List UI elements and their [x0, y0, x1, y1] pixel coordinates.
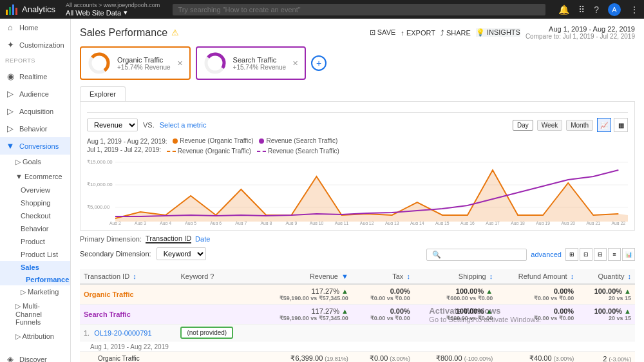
acquisition-icon: ▷	[5, 106, 15, 116]
top-actions: 🔔 ⠿ ? A ⋮	[558, 3, 639, 16]
sidebar-item-conversions[interactable]: ▼ Conversions	[0, 137, 70, 155]
line-chart-btn[interactable]: 📈	[597, 118, 611, 132]
svg-text:Aug 10: Aug 10	[310, 221, 324, 225]
sidebar-item-realtime[interactable]: ◉ Realtime	[0, 68, 70, 85]
table-search-input[interactable]	[444, 251, 521, 258]
segment-label-search: Search Traffic	[80, 305, 254, 325]
th-tax[interactable]: Tax ↕	[352, 269, 414, 284]
chart-type-buttons: 📈 ▦	[597, 118, 628, 132]
search-input[interactable]	[173, 4, 545, 15]
secondary-dimension: Secondary Dimension: Keyword	[80, 247, 206, 260]
legend-search-compare: Revenue (Search Traffic)	[257, 148, 339, 155]
insights-button[interactable]: 💡 INSIGHTS	[476, 28, 520, 37]
sidebar-item-overview[interactable]: Overview	[0, 184, 70, 196]
month-btn[interactable]: Month	[566, 120, 593, 131]
sidebar-item-marketing[interactable]: ▷ Marketing	[0, 285, 70, 299]
search-container	[173, 4, 545, 15]
property-name[interactable]: All Web Site Data ▾	[66, 8, 160, 17]
dim-transaction-link[interactable]: Transaction ID	[146, 234, 191, 243]
page-header: Sales Performance ⚠ ⊡ SAVE ↑ EXPORT ⤴ SH…	[80, 25, 635, 40]
explorer-tab[interactable]: Explorer	[80, 86, 126, 101]
sidebar-item-multichannel[interactable]: ▷ Multi-Channel Funnels	[0, 299, 70, 329]
sort-icon-revenue: ▼	[341, 272, 348, 280]
sidebar-item-goals[interactable]: ▷ Goals	[0, 155, 70, 169]
sidebar-item-ecommerce[interactable]: ▼ Ecommerce	[0, 169, 70, 184]
sidebar-item-checkout[interactable]: Checkout	[0, 209, 70, 222]
organic-shipping: 100.00% ▲ ₹600.00 vs ₹0.00	[414, 284, 497, 305]
sidebar-item-product[interactable]: Product	[0, 235, 70, 248]
add-segment-button[interactable]: +	[311, 55, 327, 71]
app-name: Analytics	[22, 5, 55, 14]
help-icon[interactable]: ?	[594, 5, 599, 15]
week-btn[interactable]: Week	[537, 120, 562, 131]
th-refund[interactable]: Refund Amount ↕	[497, 269, 578, 284]
th-transaction-id[interactable]: Transaction ID ↕	[80, 269, 176, 284]
sidebar-item-behavior[interactable]: ▷ Behavior	[0, 120, 70, 137]
sidebar-item-behavior2[interactable]: Behavior	[0, 222, 70, 235]
svg-text:Aug 14: Aug 14	[410, 221, 424, 225]
sidebar-item-sales[interactable]: Sales	[0, 261, 70, 274]
organic-revenue: 117.27% ▲ ₹59,190.00 vs ₹57,345.00	[254, 284, 352, 305]
transaction-row-1: 1. OL19-20-0000791 (not provided)	[80, 325, 635, 341]
segment-row-search: Search Traffic 117.27% ▲ ₹59,190.00 vs ₹…	[80, 305, 635, 325]
organic-tax: 0.00% ₹0.00 vs ₹0.00	[352, 284, 414, 305]
insights-icon: 💡	[476, 28, 485, 36]
share-button[interactable]: ⤴ SHARE	[440, 29, 471, 37]
main-content: Sales Performance ⚠ ⊡ SAVE ↑ EXPORT ⤴ SH…	[71, 19, 644, 362]
not-provided-badge-1: (not provided)	[180, 327, 233, 339]
svg-text:Aug 19: Aug 19	[536, 221, 550, 225]
explorer-tab-container: Explorer	[80, 86, 635, 101]
pivot-view-btn[interactable]: ⊡	[580, 248, 592, 261]
export-button[interactable]: ↑ EXPORT	[401, 29, 435, 37]
page-actions: ⊡ SAVE ↑ EXPORT ⤴ SHARE 💡 INSIGHTS Aug 1…	[370, 25, 635, 40]
save-button[interactable]: ⊡ SAVE	[370, 28, 396, 37]
discover-icon: ◈	[5, 354, 15, 362]
sort-icon-quantity: ↕	[628, 272, 632, 280]
th-shipping[interactable]: Shipping ↕	[414, 269, 497, 284]
svg-rect-2	[12, 5, 14, 15]
sidebar-item-performance[interactable]: Performance	[0, 274, 70, 285]
segment-card-organic[interactable]: Organic Traffic +15.74% Revenue ✕	[80, 46, 191, 80]
more-icon[interactable]: ⋮	[630, 5, 639, 15]
comparison-view-btn[interactable]: ⊟	[594, 248, 607, 261]
th-keyword[interactable]: Keyword ?	[176, 269, 254, 284]
th-quantity[interactable]: Quantity ↕	[578, 269, 635, 284]
advanced-link[interactable]: advanced	[531, 251, 562, 258]
metric-select[interactable]: Revenue	[87, 119, 138, 131]
data-table: Transaction ID ↕ Keyword ? Revenue ▼ Tax…	[80, 269, 635, 362]
sidebar-item-product-list[interactable]: Product List	[0, 248, 70, 261]
svg-text:Aug 21: Aug 21	[586, 221, 600, 225]
segment-search-remove[interactable]: ✕	[292, 59, 298, 68]
svg-text:₹10,000.00: ₹10,000.00	[87, 182, 113, 187]
sidebar-item-acquisition[interactable]: ▷ Acquisition	[0, 102, 70, 120]
notifications-icon[interactable]: 🔔	[558, 5, 569, 15]
svg-text:Aug 9: Aug 9	[286, 221, 298, 225]
sidebar-item-attribution[interactable]: ▷ Attribution	[0, 329, 70, 344]
account-info: All accounts > www.joeyndpooh.com All We…	[66, 2, 160, 17]
sort-icon: ↕	[133, 272, 137, 280]
apps-icon[interactable]: ⠿	[578, 5, 585, 15]
svg-text:Aug 8: Aug 8	[260, 221, 272, 225]
customization-icon: ✦	[5, 40, 15, 50]
sidebar-item-discover[interactable]: ◈ Discover	[0, 350, 70, 362]
select-metric-link[interactable]: Select a metric	[160, 121, 207, 129]
segment-organic-remove[interactable]: ✕	[177, 59, 183, 68]
secondary-dim-select[interactable]: Keyword	[156, 247, 206, 260]
page-title: Sales Performance ⚠	[80, 27, 179, 39]
segment-card-search[interactable]: Search Traffic +15.74% Revenue ✕	[196, 46, 307, 80]
sidebar-item-shopping[interactable]: Shopping	[0, 196, 70, 209]
term-cloud-btn[interactable]: ≡	[608, 248, 621, 261]
sparkline-btn[interactable]: 📊	[622, 248, 635, 261]
analytics-icon	[5, 3, 18, 16]
sidebar-item-customization[interactable]: ✦ Customization	[0, 36, 70, 53]
sidebar-item-home[interactable]: ⌂ Home	[0, 19, 70, 36]
th-revenue[interactable]: Revenue ▼	[254, 269, 352, 284]
account-icon[interactable]: A	[608, 3, 621, 16]
legend-label-current: Aug 1, 2019 - Aug 22, 2019: Revenue (Org…	[87, 137, 628, 145]
dim-date-link[interactable]: Date	[195, 235, 210, 243]
sidebar-item-audience[interactable]: ▷ Audience	[0, 85, 70, 102]
grid-view-btn[interactable]: ⊞	[565, 248, 578, 261]
bar-chart-btn[interactable]: ▦	[614, 118, 628, 132]
sort-icon-tax: ↕	[406, 272, 410, 280]
day-btn[interactable]: Day	[513, 120, 533, 131]
